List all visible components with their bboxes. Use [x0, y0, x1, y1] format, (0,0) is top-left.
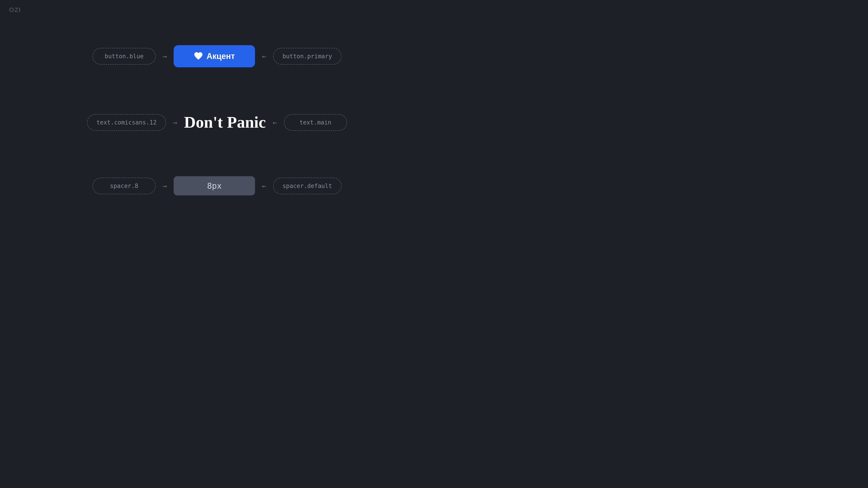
dont-panic-text: Don't Panic: [184, 113, 266, 132]
heart-icon: [194, 52, 203, 61]
app-logo: OZI: [9, 6, 21, 13]
token-button-blue: button.blue: [92, 48, 156, 65]
row-spacer: spacer.8 → 8px ← spacer.default: [92, 176, 342, 195]
accent-button[interactable]: Акцент: [174, 45, 255, 67]
token-button-primary: button.primary: [273, 48, 342, 65]
arrow-right-1: ←: [262, 52, 266, 61]
arrow-left-3: →: [162, 182, 167, 190]
arrow-left-2: →: [173, 118, 177, 127]
arrow-left-1: →: [162, 52, 167, 61]
accent-button-label: Акцент: [207, 52, 235, 61]
row-text: text.comicsans.12 → Don't Panic ← text.m…: [87, 113, 347, 132]
token-text-main: text.main: [284, 114, 347, 131]
token-spacer-8: spacer.8: [92, 177, 156, 194]
row-button: button.blue → Акцент ← button.primary: [92, 45, 342, 67]
token-spacer-default: spacer.default: [273, 177, 342, 194]
token-text-comicsans: text.comicsans.12: [87, 114, 166, 131]
arrow-right-3: ←: [262, 182, 266, 190]
arrow-right-2: ←: [273, 118, 277, 127]
spacer-value: 8px: [174, 176, 255, 195]
